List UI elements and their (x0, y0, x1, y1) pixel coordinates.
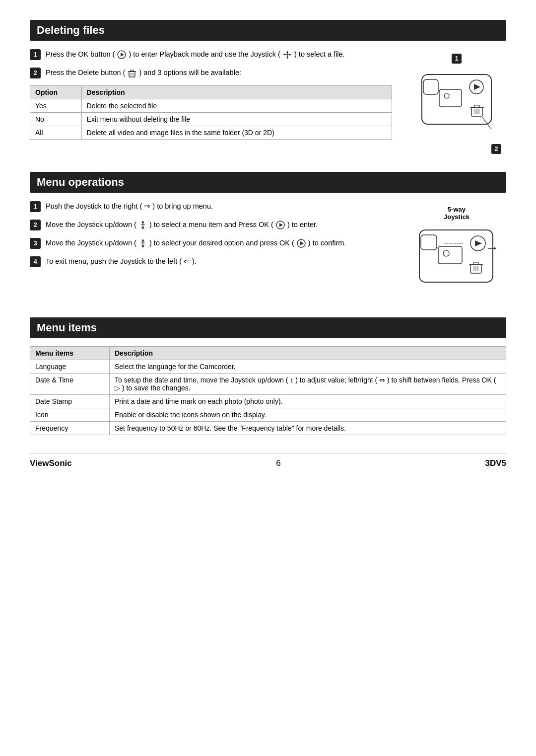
footer-brand: ViewSonic (30, 458, 72, 468)
svg-marker-1 (121, 53, 124, 57)
svg-rect-10 (131, 70, 134, 72)
menu-item-cell: Date Stamp (30, 395, 110, 408)
menu-items-col2-header: Description (110, 347, 506, 360)
menu-operations-title: Menu operations (30, 172, 506, 193)
step-num-2: 2 (30, 68, 41, 78)
diagram-label-1: 1 (407, 54, 506, 64)
description-cell: Delete the selected file (81, 99, 392, 113)
deleting-files-diagram: 1 (407, 49, 506, 154)
svg-rect-14 (423, 79, 438, 94)
camera-diagram-2 (414, 223, 499, 300)
footer: ViewSonic 6 3DV5 (30, 453, 506, 468)
svg-marker-16 (474, 84, 480, 90)
option-cell: No (30, 113, 82, 126)
svg-marker-28 (141, 227, 144, 229)
svg-marker-33 (141, 239, 144, 241)
footer-page: 6 (276, 458, 280, 468)
option-cell: Yes (30, 99, 82, 113)
deleting-files-section: Deleting files 1 Press the OK button ( )… (30, 20, 506, 154)
menu-op-step-1: 1 Push the Joystick to the right ( ⇒ ) t… (30, 201, 392, 212)
svg-marker-41 (475, 240, 482, 246)
num-label-2: 2 (491, 144, 501, 154)
menu-desc-cell: Print a date and time mark on each photo… (110, 395, 506, 408)
step-num-1: 1 (30, 49, 41, 60)
menu-items-col1-header: Menu items (30, 347, 110, 360)
camera-diagram-1 (414, 65, 499, 144)
table-col2-header: Description (81, 86, 392, 99)
delete-options-table: Option Description YesDelete the selecte… (30, 85, 392, 140)
table-col1-header: Option (30, 86, 82, 99)
menu-op-step-4: 4 To exit menu, push the Joystick to the… (30, 256, 392, 267)
deleting-files-title: Deleting files (30, 20, 506, 41)
menu-op-step-2: 2 Move the Joystick up/down ( ) to selec… (30, 219, 392, 230)
svg-point-24 (444, 93, 449, 98)
svg-rect-38 (419, 230, 493, 282)
menu-items-section: Menu items Menu items Description Langua… (30, 317, 506, 435)
svg-marker-7 (289, 54, 291, 56)
table-row: NoExit menu without deleting the file (30, 113, 392, 126)
svg-line-25 (482, 117, 491, 129)
svg-marker-52 (494, 247, 496, 250)
menu-desc-cell: Set frequency to 50Hz or 60Hz. See the "… (110, 422, 506, 435)
ok-icon-3 (296, 238, 306, 248)
menu-operations-body: 1 Push the Joystick to the right ( ⇒ ) t… (30, 201, 506, 300)
step-text-1: Press the OK button ( ) to enter Playbac… (46, 49, 345, 60)
deleting-files-left: 1 Press the OK button ( ) to enter Playb… (30, 49, 392, 154)
num-label-1: 1 (452, 54, 462, 64)
menu-op-num-2: 2 (30, 220, 41, 230)
svg-marker-6 (283, 54, 285, 56)
svg-marker-37 (300, 241, 304, 245)
deleting-files-body: 1 Press the OK button ( ) to enter Playb… (30, 49, 506, 154)
menu-desc-cell: Enable or disable the icons shown on the… (110, 408, 506, 422)
table-row: Date & TimeTo setup the date and time, m… (30, 374, 506, 395)
menu-desc-cell: To setup the date and time, move the Joy… (110, 374, 506, 395)
menu-item-cell: Date & Time (30, 374, 110, 395)
description-cell: Delete all video and image files in the … (81, 126, 392, 140)
menu-operations-diagram: 5-wayJoystick (407, 201, 506, 300)
joystick-icon-1 (282, 50, 292, 60)
diagram-label-2: 2 (407, 144, 506, 154)
svg-marker-31 (279, 223, 283, 227)
updown-icon-1 (138, 220, 147, 230)
table-row: FrequencySet frequency to 50Hz or 60Hz. … (30, 422, 506, 435)
svg-rect-8 (129, 72, 135, 77)
menu-item-cell: Language (30, 360, 110, 374)
menu-item-cell: Frequency (30, 422, 110, 435)
option-cell: All (30, 126, 82, 140)
ok-button-icon (117, 50, 127, 60)
menu-op-text-4: To exit menu, push the Joystick to the l… (46, 256, 197, 267)
menu-operations-left: 1 Push the Joystick to the right ( ⇒ ) t… (30, 201, 392, 300)
svg-rect-23 (439, 89, 462, 107)
menu-op-num-1: 1 (30, 201, 41, 212)
table-row: YesDelete the selected file (30, 99, 392, 113)
menu-op-text-2: Move the Joystick up/down ( ) to select … (46, 219, 318, 230)
menu-op-num-4: 4 (30, 256, 41, 267)
menu-op-step-3: 3 Move the Joystick up/down ( ) to selec… (30, 237, 392, 249)
table-row: IconEnable or disable the icons shown on… (30, 408, 506, 422)
step-text-2: Press the Delete button ( ) and 3 option… (46, 67, 241, 78)
menu-op-text-1: Push the Joystick to the right ( ⇒ ) to … (46, 201, 213, 212)
menu-item-cell: Icon (30, 408, 110, 422)
menu-op-num-3: 3 (30, 238, 41, 249)
svg-marker-5 (286, 57, 288, 59)
svg-marker-34 (141, 245, 144, 248)
svg-rect-49 (438, 246, 462, 264)
table-row: AllDelete all video and image files in t… (30, 126, 392, 140)
menu-operations-section: Menu operations 1 Push the Joystick to t… (30, 172, 506, 300)
delete-button-icon (127, 68, 137, 78)
svg-rect-39 (421, 235, 437, 250)
description-cell: Exit menu without deleting the file (81, 113, 392, 126)
joystick-label: 5-wayJoystick (444, 206, 469, 221)
ok-icon-2 (275, 220, 285, 230)
deleting-step-1: 1 Press the OK button ( ) to enter Playb… (30, 49, 392, 60)
table-row: LanguageSelect the language for the Camc… (30, 360, 506, 374)
svg-marker-4 (286, 51, 288, 53)
svg-point-50 (443, 250, 449, 256)
menu-items-table: Menu items Description LanguageSelect th… (30, 346, 506, 435)
deleting-step-2: 2 Press the Delete button ( ) and 3 opti… (30, 67, 392, 78)
menu-op-text-3: Move the Joystick up/down ( ) to select … (46, 237, 346, 248)
menu-desc-cell: Select the language for the Camcorder. (110, 360, 506, 374)
table-row: Date StampPrint a date and time mark on … (30, 395, 506, 408)
updown-icon-2 (138, 238, 147, 248)
menu-items-title: Menu items (30, 317, 506, 338)
